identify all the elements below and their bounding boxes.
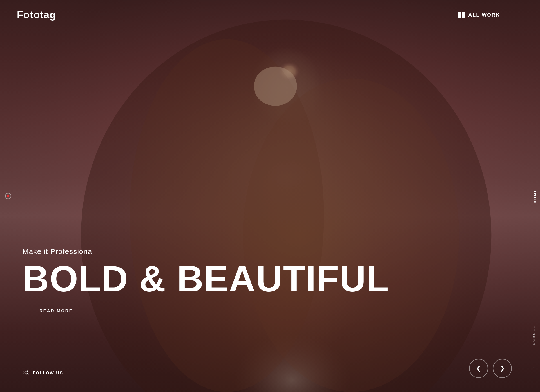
grid-cell — [462, 12, 465, 15]
header: Fototag ALL WORK — [0, 0, 540, 30]
hero-title: BOLD & BEAUTIFUL — [23, 260, 389, 297]
read-more-button[interactable]: READ MORE — [23, 308, 389, 313]
scroll-arrow-icon: ↓ — [533, 364, 535, 369]
next-arrow-button[interactable]: ❯ — [493, 359, 512, 378]
grid-cell — [458, 12, 461, 15]
hero-overlay — [0, 0, 540, 392]
side-indicator — [5, 193, 11, 199]
hero-subtitle: Make it Professional — [23, 247, 389, 256]
all-work-button[interactable]: ALL WORK — [458, 12, 500, 18]
svg-point-8 — [27, 374, 28, 375]
svg-point-9 — [23, 372, 24, 373]
dot-circle — [5, 193, 11, 199]
follow-us-label: FOLLOW US — [33, 370, 63, 375]
svg-point-7 — [27, 370, 28, 372]
grid-cell — [458, 15, 461, 19]
scroll-label: SCROLL — [532, 325, 535, 345]
next-arrow-icon: ❯ — [500, 365, 505, 372]
hero-section: Fototag ALL WORK Make it Professional B — [0, 0, 540, 392]
all-work-label: ALL WORK — [468, 12, 500, 18]
scroll-line — [534, 348, 534, 362]
right-sidebar: HOME — [530, 189, 540, 203]
grid-cell — [462, 15, 465, 19]
prev-arrow-button[interactable]: ❮ — [469, 359, 488, 378]
read-more-line — [23, 311, 34, 311]
grid-icon — [458, 12, 465, 18]
hamburger-line-2 — [514, 16, 523, 16]
prev-arrow-icon: ❮ — [476, 365, 481, 372]
logo[interactable]: Fototag — [17, 9, 56, 21]
nav-arrows: ❮ ❯ — [469, 359, 512, 378]
home-label: HOME — [533, 189, 537, 203]
svg-line-11 — [24, 373, 27, 374]
svg-line-10 — [24, 371, 27, 372]
read-more-label: READ MORE — [39, 308, 73, 313]
header-right: ALL WORK — [458, 12, 523, 18]
share-icon — [23, 370, 29, 375]
hamburger-line-1 — [514, 14, 523, 14]
follow-us-button[interactable]: FOLLOW US — [23, 370, 63, 375]
hero-content: Make it Professional BOLD & BEAUTIFUL RE… — [23, 247, 389, 313]
scroll-indicator: SCROLL ↓ — [532, 325, 535, 369]
hamburger-menu-button[interactable] — [514, 14, 523, 16]
